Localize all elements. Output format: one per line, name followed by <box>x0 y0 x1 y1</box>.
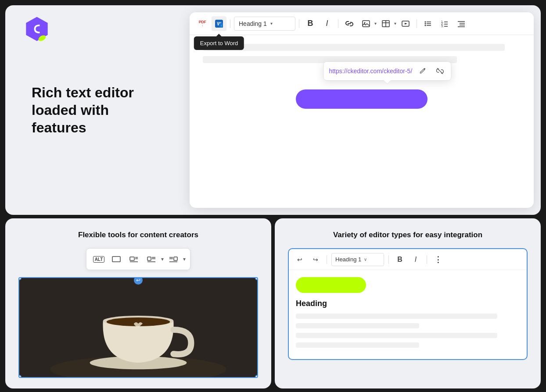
mini-content-line-1 <box>296 314 497 319</box>
unlink-icon <box>436 67 444 75</box>
link-icon <box>345 19 354 28</box>
mini-content-line-3 <box>296 333 497 338</box>
alt-text-button[interactable]: ALT <box>91 251 107 267</box>
inline-image-button[interactable] <box>108 251 124 267</box>
numbered-list-button[interactable]: 1. 2. 3. <box>437 16 452 31</box>
image-icon <box>362 19 370 28</box>
bottom-left-card: Flexible tools for content creators ALT <box>5 218 271 388</box>
word-export-button[interactable]: W ↑ <box>212 16 226 31</box>
mini-undo-button[interactable]: ↩ <box>293 253 306 266</box>
heading-chevron-icon: ▾ <box>270 21 273 26</box>
media-button[interactable] <box>398 16 413 31</box>
resize-handle-top-right[interactable] <box>255 277 258 280</box>
hero-line2: loaded with features <box>32 102 109 135</box>
purple-button-bar <box>296 89 427 109</box>
editor-toolbar: PDF ↑ W ↑ Export <box>190 12 534 35</box>
bullet-list-button[interactable] <box>420 16 435 31</box>
pdf-icon: PDF ↑ <box>199 20 206 27</box>
svg-point-15 <box>425 23 426 24</box>
toolbar-divider-2 <box>299 19 299 28</box>
table-icon <box>381 19 390 28</box>
bottom-left-title: Flexible tools for content creators <box>18 231 258 239</box>
image-preview[interactable]: ↩ <box>18 277 258 378</box>
bottom-right-title: Variety of editor types for easy integra… <box>288 231 528 239</box>
heading-text: Heading <box>296 299 520 308</box>
link-edit-button[interactable] <box>417 65 429 77</box>
wrap-left-icon <box>146 254 157 264</box>
image-chevron-icon: ▾ <box>374 21 377 26</box>
image-button[interactable] <box>359 16 374 31</box>
mini-content-line-4 <box>296 342 419 348</box>
wrap-left-button[interactable] <box>144 251 159 267</box>
export-word-tooltip: Export to Word <box>194 36 244 50</box>
mini-heading-value: Heading 1 <box>335 256 361 263</box>
mini-divider-2 <box>388 255 389 264</box>
break-text-icon <box>129 254 139 264</box>
logo-icon <box>23 15 51 43</box>
heading-dropdown[interactable]: Heading 1 ▾ <box>234 17 295 31</box>
inline-icon <box>111 254 122 264</box>
mini-content-line-2 <box>296 323 419 328</box>
bottom-right-card: Variety of editor types for easy integra… <box>275 218 541 388</box>
resize-handle-bottom-right[interactable] <box>255 375 258 378</box>
editor-panel: PDF ↑ W ↑ Export <box>190 12 534 208</box>
svg-line-30 <box>437 68 442 74</box>
table-chevron-icon: ▾ <box>394 21 396 26</box>
mini-editor: ↩ ↪ Heading 1 ∨ B I <box>288 248 528 360</box>
svg-rect-36 <box>147 257 151 260</box>
svg-text:↑: ↑ <box>221 24 222 27</box>
link-url-text[interactable]: https://ckeditor.com/ckeditor-5/ <box>329 68 412 75</box>
image-background <box>19 278 257 377</box>
content-line-1 <box>203 44 505 51</box>
wrap-chevron-icon: ▾ <box>161 256 164 262</box>
bottom-row: Flexible tools for content creators ALT <box>5 218 541 388</box>
side-icon <box>168 254 179 264</box>
word-export-container: W ↑ Export to Word <box>212 16 226 31</box>
image-tools-bar: ALT <box>86 248 190 270</box>
svg-point-16 <box>425 25 426 26</box>
toolbar-divider-3 <box>338 19 338 28</box>
table-button[interactable] <box>378 16 393 31</box>
side-chevron-icon: ▾ <box>183 256 186 262</box>
link-button[interactable] <box>342 16 357 31</box>
indent-button[interactable] <box>454 16 469 31</box>
svg-point-14 <box>425 21 426 22</box>
svg-marker-13 <box>405 23 407 25</box>
indent-icon <box>457 19 466 28</box>
toolbar-divider-1 <box>230 19 230 28</box>
link-popup: https://ckeditor.com/ckeditor-5/ <box>323 61 451 81</box>
mini-divider-3 <box>427 255 427 264</box>
mini-heading-dropdown[interactable]: Heading 1 ∨ <box>331 253 384 266</box>
svg-rect-7 <box>363 21 370 27</box>
svg-text:3.: 3. <box>441 25 444 28</box>
heading-value: Heading 1 <box>239 20 267 27</box>
top-card: Rich text editor loaded with features PD… <box>5 5 541 215</box>
side-button[interactable] <box>165 251 181 267</box>
bold-button[interactable]: B <box>303 16 318 31</box>
mini-toolbar: ↩ ↪ Heading 1 ∨ B I <box>289 249 527 270</box>
numbered-list-icon: 1. 2. 3. <box>440 19 449 28</box>
pdf-export-button[interactable]: PDF ↑ <box>195 16 210 31</box>
toolbar-divider-4 <box>417 19 417 28</box>
mini-editor-content: Heading <box>289 270 527 359</box>
highlighted-heading <box>296 277 366 293</box>
mini-redo-button[interactable]: ↪ <box>309 253 322 266</box>
pencil-icon <box>419 67 427 75</box>
mini-heading-chevron: ∨ <box>364 257 367 262</box>
svg-rect-32 <box>130 257 134 260</box>
resize-handle-bottom-left[interactable] <box>18 375 22 378</box>
mini-divider-1 <box>327 255 327 264</box>
svg-rect-31 <box>112 257 120 262</box>
left-hero-text: Rich text editor loaded with features <box>5 66 190 154</box>
break-text-button[interactable] <box>126 251 142 267</box>
word-icon: W ↑ <box>214 19 224 29</box>
link-unlink-button[interactable] <box>434 65 445 77</box>
mini-bold-button[interactable]: B <box>393 253 406 266</box>
italic-button[interactable]: I <box>320 16 334 31</box>
alt-icon: ALT <box>93 256 105 263</box>
mini-more-button[interactable]: ⋮ <box>431 253 445 266</box>
mini-italic-button[interactable]: I <box>409 253 422 266</box>
bullet-list-icon <box>424 19 432 28</box>
svg-rect-40 <box>174 257 177 260</box>
logo <box>23 15 51 43</box>
